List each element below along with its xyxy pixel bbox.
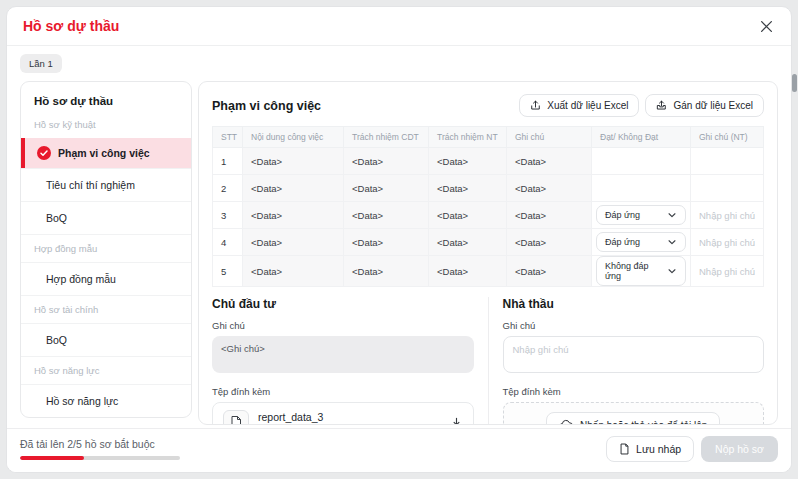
import-icon [656, 100, 667, 111]
vertical-scrollbar[interactable] [792, 74, 797, 92]
table-row: 3 <Data> <Data> <Data> <Data> Đáp ứng [213, 202, 764, 229]
modal-title: Hồ sơ dự thầu [23, 18, 119, 34]
sidebar-item-boq-technical[interactable]: BoQ [21, 201, 191, 234]
contractor-title: Nhà thầu [503, 297, 765, 311]
contractor-section: Nhà thầu Ghi chú Tệp đính kèm Nhấn hoặc … [489, 297, 765, 425]
status-select[interactable]: Không đáp ứng [596, 256, 686, 286]
investor-note-label: Ghi chú [212, 320, 474, 331]
scope-of-work-panel: Phạm vi công việc Xuất dữ liệu Excel Gán… [198, 81, 778, 425]
contractor-note-input[interactable] [503, 336, 765, 373]
progress-bar [20, 456, 180, 460]
file-name: report_data_3 [258, 411, 441, 423]
modal-header: Hồ sơ dự thầu [7, 7, 791, 46]
modal-body: Hồ sơ dự thầu Hồ sơ kỹ thuật Phạm vi côn… [7, 81, 791, 425]
investor-title: Chủ đầu tư [212, 297, 474, 311]
contractor-note-label: Ghi chú [503, 320, 765, 331]
draft-document-icon [619, 443, 630, 455]
check-circle-icon [31, 146, 51, 160]
status-select[interactable]: Đáp ứng [596, 232, 686, 252]
table-header-row: STT Nội dung công việc Trách nhiệm CDT T… [213, 127, 764, 148]
sidebar-item-hop-dong-mau[interactable]: Hợp đồng mẫu [21, 262, 191, 295]
sidebar-group-contract: Hợp đồng mẫu [21, 234, 191, 262]
table-row: 4 <Data> <Data> <Data> <Data> Đáp ứng [213, 229, 764, 256]
bid-dossier-modal: Hồ sơ dự thầu Lần 1 Hồ sơ dự thầu Hồ sơ … [6, 6, 792, 473]
download-icon[interactable] [450, 417, 463, 426]
chevron-down-icon [667, 210, 677, 220]
upload-button[interactable]: Nhấn hoặc thả vào để tải lên [546, 412, 720, 425]
export-excel-button[interactable]: Xuất dữ liệu Excel [519, 94, 639, 117]
sidebar-item-tieu-chi-thi-nghiem[interactable]: Tiêu chí thí nghiệm [21, 168, 191, 201]
note-input[interactable] [695, 266, 759, 277]
modal-footer: Đã tải lên 2/5 hồ sơ bắt buộc Lưu nháp N… [7, 428, 791, 472]
submit-button[interactable]: Nộp hồ sơ [701, 436, 778, 462]
note-input[interactable] [695, 237, 759, 248]
table-row: 1 <Data> <Data> <Data> <Data> [213, 148, 764, 175]
xls-file-icon: XLS [223, 410, 249, 425]
note-input[interactable] [695, 210, 759, 221]
close-icon[interactable] [757, 17, 775, 35]
status-select[interactable]: Đáp ứng [596, 205, 686, 225]
svg-text:XLS: XLS [232, 424, 240, 425]
sidebar-item-boq-financial[interactable]: BoQ [21, 323, 191, 356]
sidebar-item-label: Phạm vi công việc [58, 147, 150, 159]
sidebar-group-financial: Hồ sơ tài chính [21, 295, 191, 323]
scope-table: STT Nội dung công việc Trách nhiệm CDT T… [212, 126, 764, 287]
section-title: Phạm vi công việc [212, 99, 321, 113]
file-size: 50 KB [258, 425, 441, 426]
dossier-sidebar: Hồ sơ dự thầu Hồ sơ kỹ thuật Phạm vi côn… [20, 81, 192, 418]
progress-fill [20, 456, 84, 460]
progress-text: Đã tải lên 2/5 hồ sơ bắt buộc [20, 438, 180, 450]
export-icon [530, 100, 541, 111]
chevron-down-icon [667, 266, 677, 276]
import-excel-button[interactable]: Gán dữ liệu Excel [645, 94, 764, 117]
investor-section: Chủ đầu tư Ghi chú <Ghi chú> Tệp đính kè… [212, 297, 489, 425]
upload-dropzone[interactable]: Nhấn hoặc thả vào để tải lên [503, 402, 765, 425]
sidebar-item-ho-so-nang-luc[interactable]: Hồ sơ năng lực [21, 384, 191, 417]
contractor-attachment-label: Tệp đính kèm [503, 386, 765, 397]
investor-note-field: <Ghi chú> [212, 336, 474, 373]
sidebar-item-pham-vi-cong-viec[interactable]: Phạm vi công việc [21, 138, 191, 168]
sidebar-group-technical: Hồ sơ kỹ thuật [21, 111, 191, 138]
sidebar-title: Hồ sơ dự thầu [21, 82, 191, 111]
attachment-file-card: XLS report_data_3 50 KB [212, 402, 474, 425]
round-selector: Lần 1 [7, 46, 791, 73]
chevron-down-icon [667, 237, 677, 247]
table-row: 2 <Data> <Data> <Data> <Data> [213, 175, 764, 202]
cloud-upload-icon [559, 419, 573, 425]
upload-progress: Đã tải lên 2/5 hồ sơ bắt buộc [20, 438, 180, 460]
save-draft-button[interactable]: Lưu nháp [606, 436, 694, 462]
sidebar-group-capacity: Hồ sơ năng lực [21, 356, 191, 384]
round-chip[interactable]: Lần 1 [20, 54, 62, 73]
table-row: 5 <Data> <Data> <Data> <Data> Không đáp … [213, 256, 764, 287]
investor-attachment-label: Tệp đính kèm [212, 386, 474, 397]
